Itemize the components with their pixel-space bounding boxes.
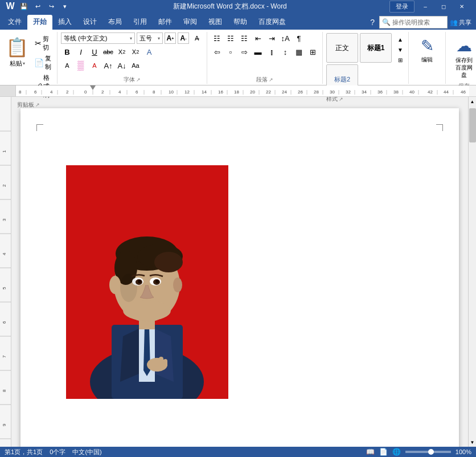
styles-more-button[interactable]: ⊞	[396, 55, 405, 65]
bullets-button[interactable]: ☷	[211, 32, 223, 44]
clear-format-button[interactable]: A̶	[191, 32, 203, 44]
line-spacing-button[interactable]: ↕	[279, 46, 292, 58]
undo-qat-button[interactable]: ↩	[32, 1, 43, 11]
change-case-button[interactable]: Aa	[129, 59, 142, 72]
tell-me-label: 操作说明搜索	[392, 18, 430, 27]
tab-layout[interactable]: 布局	[102, 15, 128, 30]
editing-button[interactable]: ✎ 编辑	[412, 34, 442, 66]
decrease-indent-button[interactable]: ⇤	[252, 32, 264, 44]
align-center-button[interactable]: ▫	[224, 46, 237, 58]
zoom-slider[interactable]	[405, 451, 451, 453]
tab-baidu[interactable]: 百度网盘	[253, 15, 292, 30]
tab-design[interactable]: 设计	[77, 15, 102, 30]
italic-button[interactable]: I	[75, 46, 87, 58]
ruler-svg: 8 6 4 2 0 2 4 6 8 10 12 14 16	[16, 85, 469, 97]
vertical-scrollbar[interactable]: ▲ ▼	[468, 97, 476, 447]
decrease-font-button[interactable]: A-	[178, 32, 189, 44]
web-layout-button[interactable]: 🌐	[392, 448, 401, 456]
font-color-button[interactable]: A	[88, 59, 101, 72]
style-no-spacing[interactable]: 标题1	[360, 33, 392, 63]
paste-button[interactable]: 📋 粘贴 ▾	[3, 33, 31, 70]
styles-dialog-launcher[interactable]: ↗	[339, 96, 343, 102]
tab-help[interactable]: 帮助	[228, 15, 253, 30]
show-hide-button[interactable]: ¶	[293, 32, 305, 44]
customize-qat-button[interactable]: ▾	[59, 1, 71, 11]
share-button[interactable]: 👥 共享	[450, 18, 471, 27]
numbering-button[interactable]: ☷	[224, 32, 237, 44]
shrink-font-button[interactable]: A↓	[116, 59, 128, 72]
clipboard-group-label: 剪贴板 ↗	[17, 100, 40, 109]
paste-dropdown-arrow[interactable]: ▾	[23, 61, 25, 66]
tab-insert[interactable]: 插入	[52, 15, 77, 30]
text-effects-button[interactable]: A	[143, 46, 155, 58]
svg-text:22: 22	[266, 89, 271, 95]
print-layout-button[interactable]: 📄	[379, 448, 388, 456]
scroll-up-button[interactable]: ▲	[469, 97, 477, 106]
sort-button[interactable]: ↕A	[279, 32, 292, 44]
align-right-button[interactable]: ⇨	[238, 46, 251, 58]
tab-mailings[interactable]: 邮件	[153, 15, 178, 30]
shading-para-button[interactable]: ▦	[293, 46, 305, 58]
font-size-dropdown-arrow[interactable]: ▾	[158, 36, 160, 41]
copy-button[interactable]: 📄 复制	[32, 54, 54, 72]
document-area[interactable]	[11, 97, 468, 447]
help-icon[interactable]: ?	[368, 18, 377, 27]
increase-font-button[interactable]: A+	[165, 32, 176, 44]
embedded-image[interactable]	[66, 165, 228, 399]
tab-review[interactable]: 审阅	[178, 15, 203, 30]
tab-home[interactable]: 开始	[27, 15, 52, 30]
tab-references[interactable]: 引用	[128, 15, 153, 30]
shading-button[interactable]: ▒	[75, 59, 87, 72]
font-controls: 等线 (中文正文) ▾ 五号 ▾ A+ A- A̶ B I U abc X2 X…	[61, 32, 203, 75]
baidu-save-label: 保存到百度网盘	[454, 56, 474, 79]
tell-me-search[interactable]: 🔍 操作说明搜索	[379, 16, 448, 28]
language[interactable]: 中文(中国)	[72, 448, 101, 456]
baidu-save-button[interactable]: ☁ 保存到百度网盘	[449, 34, 476, 81]
font-highlight-button[interactable]: A	[61, 59, 73, 72]
style-normal[interactable]: 正文	[326, 33, 358, 63]
subscript-button[interactable]: X2	[116, 46, 128, 58]
increase-indent-button[interactable]: ⇥	[265, 32, 278, 44]
cut-button[interactable]: ✂ 剪切	[32, 34, 54, 52]
columns-button[interactable]: ⫿	[265, 46, 278, 58]
justify-button[interactable]: ▬	[252, 46, 264, 58]
read-mode-button[interactable]: 📖	[366, 448, 375, 456]
save-qat-button[interactable]: 💾	[18, 1, 30, 11]
svg-text:32: 32	[346, 89, 351, 95]
scroll-thumb[interactable]	[469, 108, 476, 142]
svg-text:40: 40	[409, 89, 415, 95]
page-info[interactable]: 第1页，共1页	[5, 448, 43, 456]
clipboard-dialog-launcher[interactable]: ↗	[35, 102, 40, 108]
zoom-thumb[interactable]	[428, 449, 434, 455]
login-button[interactable]: 登录	[389, 1, 415, 13]
strikethrough-button[interactable]: abc	[102, 46, 114, 58]
align-left-button[interactable]: ⇦	[211, 46, 223, 58]
minimize-button[interactable]: –	[418, 1, 433, 11]
underline-button[interactable]: U	[88, 46, 101, 58]
editing-label: 编辑	[421, 56, 433, 63]
font-group: 等线 (中文正文) ▾ 五号 ▾ A+ A- A̶ B I U abc X2 X…	[58, 32, 207, 84]
superscript-button[interactable]: X2	[129, 46, 142, 58]
paragraph-dialog-launcher[interactable]: ↗	[269, 77, 273, 83]
scroll-down-button[interactable]: ▼	[469, 438, 477, 447]
font-name-value: 等线 (中文正文)	[64, 34, 107, 43]
font-dialog-launcher[interactable]: ↗	[136, 77, 141, 83]
borders-button[interactable]: ⊞	[306, 46, 319, 58]
font-size-selector[interactable]: 五号 ▾	[137, 32, 163, 44]
restore-button[interactable]: ◻	[436, 1, 451, 11]
zoom-percent[interactable]: 100%	[456, 448, 471, 455]
font-name-selector[interactable]: 等线 (中文正文) ▾	[61, 32, 135, 44]
grow-font-button[interactable]: A↑	[102, 59, 114, 72]
redo-qat-button[interactable]: ↪	[46, 1, 57, 11]
tab-view[interactable]: 视图	[203, 15, 228, 30]
svg-text:24: 24	[282, 89, 287, 95]
styles-up-button[interactable]: ▲	[396, 34, 405, 44]
tab-file[interactable]: 文件	[2, 15, 27, 30]
multilevel-button[interactable]: ☷	[238, 32, 251, 44]
styles-down-button[interactable]: ▼	[396, 44, 405, 55]
corner-marker-tr	[436, 124, 443, 131]
bold-button[interactable]: B	[61, 46, 73, 58]
word-count[interactable]: 0个字	[50, 448, 65, 456]
font-name-dropdown-arrow[interactable]: ▾	[130, 36, 132, 41]
close-button[interactable]: ✕	[454, 1, 469, 11]
